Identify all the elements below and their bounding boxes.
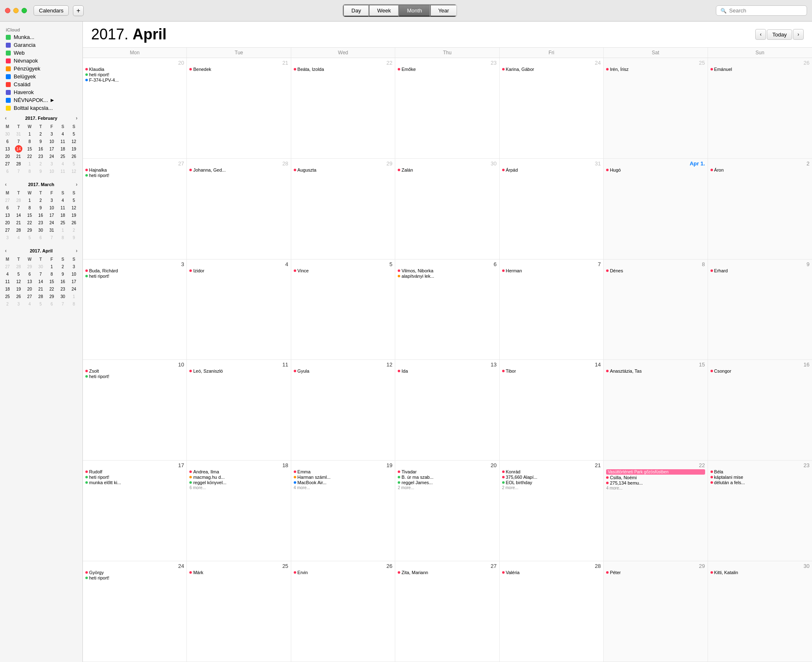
mini-cal-day[interactable]: 7 — [58, 300, 68, 308]
event-item[interactable]: Emánuel — [710, 67, 810, 72]
sidebar-calendar-item[interactable]: Bolttal kapcsla... — [0, 104, 82, 112]
calendar-day-cell[interactable]: 7 Herman — [500, 259, 604, 360]
event-item[interactable]: MacBook Air... — [294, 480, 392, 485]
event-item[interactable]: Valéria — [502, 570, 601, 575]
calendar-day-cell[interactable]: 20 Klaudia heti riport! F-374-LPV-4... — [83, 58, 187, 159]
mini-cal-day[interactable]: 3 — [14, 300, 24, 308]
mini-cal-day[interactable]: 3 — [2, 234, 12, 241]
calendar-day-cell[interactable]: 26 Emánuel — [708, 58, 812, 159]
mini-cal-day[interactable]: 14 — [36, 278, 46, 285]
event-item[interactable]: Harman száml... — [294, 475, 392, 480]
event-item[interactable]: Csongor — [710, 369, 810, 373]
calendar-day-cell[interactable]: 12 Gyula — [291, 360, 395, 461]
mini-cal-day[interactable]: 5 — [69, 130, 79, 138]
event-item[interactable]: Emőke — [398, 67, 496, 72]
calendar-day-cell[interactable]: 25 Irén, Írisz — [604, 58, 708, 159]
mini-cal-day[interactable]: 7 — [36, 270, 46, 278]
mini-cal-day[interactable]: 16 — [36, 145, 46, 153]
event-item[interactable]: alapítványi lek... — [398, 274, 496, 279]
calendar-day-cell[interactable]: 26 Ervin — [291, 561, 395, 662]
calendar-day-cell[interactable]: 16 Csongor — [708, 360, 812, 461]
mini-cal-day[interactable]: 5 — [69, 196, 79, 204]
event-item[interactable]: Zsolt — [85, 369, 184, 373]
event-item[interactable]: Karina, Gábor — [502, 67, 601, 72]
mini-cal-day[interactable]: 17 — [47, 145, 57, 153]
event-item[interactable]: heti riport! — [85, 575, 184, 580]
mini-cal-day[interactable]: 2 — [2, 300, 12, 308]
mini-cal-day[interactable]: 22 — [24, 219, 34, 226]
mini-cal-day[interactable]: 21 — [14, 153, 24, 160]
calendar-day-cell[interactable]: 14 Tibor — [500, 360, 604, 461]
mini-cal-day[interactable]: 15 — [24, 211, 34, 219]
calendar-day-cell[interactable]: 11 Leó, Szaniszló — [187, 360, 291, 461]
calendar-day-cell[interactable]: 19 Emma Harman száml... MacBook Air... 4… — [291, 461, 395, 561]
mini-cal-day[interactable]: 7 — [14, 204, 24, 211]
mini-cal-day[interactable]: 26 — [14, 293, 24, 300]
mini-cal-day[interactable]: 12 — [69, 138, 79, 145]
calendar-day-cell[interactable]: 22 Beáta, Izolda — [291, 58, 395, 159]
calendar-day-cell[interactable]: 24 Karina, Gábor — [500, 58, 604, 159]
more-events-link[interactable]: 2 more... — [502, 485, 601, 490]
event-item[interactable]: Zita, Mariann — [398, 570, 496, 575]
mini-cal-day[interactable]: 11 — [58, 204, 68, 211]
mini-cal-day[interactable]: 3 — [47, 160, 57, 167]
mini-cal-day[interactable]: 28 — [36, 293, 46, 300]
mini-cal-day[interactable]: 10 — [47, 138, 57, 145]
mini-cal-day[interactable]: 1 — [69, 293, 79, 300]
event-item[interactable]: Márk — [189, 570, 288, 575]
mini-cal-day[interactable]: 6 — [47, 300, 57, 308]
event-item[interactable]: Vince — [294, 268, 392, 273]
event-item[interactable]: délután a fels... — [710, 480, 810, 485]
sidebar-calendar-item[interactable]: Család — [0, 80, 82, 88]
mini-cal-day[interactable]: 10 — [47, 167, 57, 175]
event-item[interactable]: Dénes — [606, 268, 705, 273]
mini-cal-day[interactable]: 27 — [24, 293, 34, 300]
mini-cal-day[interactable]: 23 — [36, 153, 46, 160]
event-item[interactable]: Beáta, Izolda — [294, 67, 392, 72]
mini-cal-day[interactable]: 13 — [2, 211, 12, 219]
mini-cal-day[interactable]: 7 — [47, 234, 57, 241]
calendar-day-cell[interactable]: 17 Rudolf heti riport! munka előtt ki... — [83, 461, 187, 561]
prev-month-button[interactable]: ‹ — [755, 29, 766, 40]
event-item[interactable]: Vilmos, Niborka — [398, 268, 496, 273]
mini-cal-day[interactable]: 23 — [36, 219, 46, 226]
event-item[interactable]: Klaudia — [85, 67, 184, 72]
next-month-button[interactable]: › — [793, 29, 804, 40]
mini-cal-prev[interactable]: ‹ — [3, 248, 8, 254]
mini-cal-day[interactable]: 31 — [14, 130, 24, 138]
mini-cal-day[interactable]: 2 — [69, 226, 79, 234]
mini-cal-day[interactable]: 4 — [58, 160, 68, 167]
calendar-day-cell[interactable]: 20 Tivadar B. úr ma szab... reggel James… — [395, 461, 499, 561]
event-item[interactable]: Anasztázia, Tas — [606, 369, 705, 373]
event-item[interactable]: macmag.hu d... — [189, 475, 288, 480]
calendar-day-cell[interactable]: 15 Anasztázia, Tas — [604, 360, 708, 461]
event-item[interactable]: Árpád — [502, 167, 601, 172]
event-item[interactable]: heti riport! — [85, 374, 184, 379]
mini-cal-day[interactable]: 13 — [2, 145, 12, 153]
mini-cal-next[interactable]: › — [74, 248, 79, 254]
mini-cal-day[interactable]: 6 — [2, 167, 12, 175]
calendar-day-cell[interactable]: Apr 1. Hugó — [604, 159, 708, 259]
event-item[interactable]: Tivadar — [398, 469, 496, 474]
event-item[interactable]: Buda, Richárd — [85, 268, 184, 273]
event-item[interactable]: heti riport! — [85, 72, 184, 77]
mini-cal-day[interactable]: 26 — [69, 219, 79, 226]
calendar-day-cell[interactable]: 9 Erhard — [708, 259, 812, 360]
mini-cal-day[interactable]: 10 — [69, 270, 79, 278]
calendar-day-cell[interactable]: 13 Ida — [395, 360, 499, 461]
event-item[interactable]: Ervin — [294, 570, 392, 575]
event-item[interactable]: F-374-LPV-4... — [85, 78, 184, 82]
event-item[interactable]: reggel James... — [398, 480, 496, 485]
mini-cal-day[interactable]: 30 — [58, 293, 68, 300]
mini-cal-day[interactable]: 8 — [47, 270, 57, 278]
mini-cal-prev[interactable]: ‹ — [3, 115, 8, 121]
mini-cal-next[interactable]: › — [74, 115, 79, 121]
mini-cal-day[interactable]: 20 — [2, 153, 12, 160]
sidebar-calendar-item[interactable]: NÉVNAPOK... ► — [0, 96, 82, 104]
event-item[interactable]: káptalani mise — [710, 475, 810, 480]
mini-cal-day[interactable]: 9 — [58, 270, 68, 278]
sidebar-calendar-item[interactable]: Pénzügyek — [0, 65, 82, 73]
event-item[interactable]: B. úr ma szab... — [398, 475, 496, 480]
event-item[interactable]: Csilla, Noémi — [606, 475, 705, 480]
event-item[interactable]: heti riport! — [85, 274, 184, 279]
